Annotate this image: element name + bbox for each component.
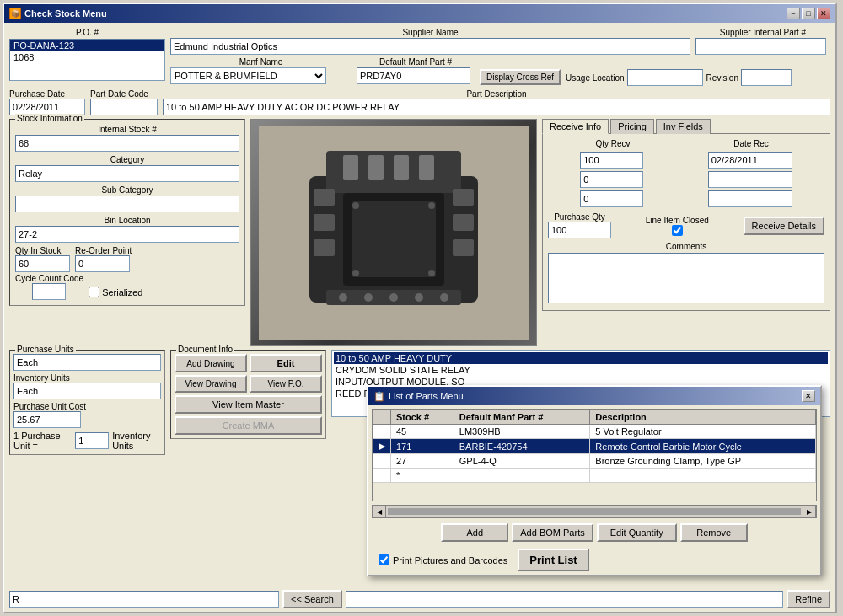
manf-part-cell-2: GPL-4-Q — [454, 454, 590, 469]
part-date-code-input[interactable] — [90, 99, 158, 115]
inventory-units-label: Inventory Units — [13, 373, 161, 383]
horizontal-scrollbar[interactable]: ◀ ▶ — [372, 505, 817, 518]
manf-name-select[interactable]: POTTER & BRUMFIELD — [170, 67, 326, 84]
po-item-1[interactable]: 1068 — [10, 51, 164, 63]
revision-section: Revision — [706, 69, 792, 86]
manf-part-cell-0: LM309HB — [454, 425, 590, 439]
stock-info-title: Stock Information — [15, 114, 84, 123]
edit-button[interactable]: Edit — [250, 354, 322, 372]
manf-name-row: POTTER & BRUMFIELD — [170, 67, 352, 84]
purchase-unit-cost-input[interactable] — [13, 411, 81, 428]
qty-in-stock-input[interactable] — [15, 255, 70, 272]
print-pictures-label: Print Pictures and Barcodes — [393, 555, 507, 565]
qty-recv-0[interactable] — [580, 152, 643, 169]
print-area: Print Pictures and Barcodes Print List — [368, 545, 820, 575]
inventory-units-input[interactable] — [13, 383, 161, 399]
table-row[interactable]: ▶ 171 BARBIE-420754 Remote Control Barbi… — [373, 439, 816, 454]
modal-title-text: List of Parts Menu — [389, 391, 464, 401]
usage-location-input[interactable] — [627, 69, 703, 86]
units-section: Purchase Units Inventory Units Purchase … — [9, 350, 165, 455]
create-mma-button[interactable]: Create MMA — [175, 416, 322, 435]
tab-receive-info[interactable]: Receive Info — [542, 119, 609, 134]
purchase-qty-label: Purchase Qty — [548, 212, 611, 222]
add-bom-parts-button[interactable]: Add BOM Parts — [512, 523, 593, 542]
sub-category-input[interactable] — [15, 196, 239, 212]
supplier-internal-part-input[interactable] — [695, 38, 826, 55]
reorder-point-input[interactable] — [75, 255, 130, 272]
tab-inv-fields[interactable]: Inv Fields — [656, 119, 711, 134]
parts-table-scroll[interactable]: Stock # Default Manf Part # Description … — [372, 409, 817, 501]
refine-button[interactable]: Refine — [787, 590, 830, 608]
default-manf-part-input[interactable] — [357, 67, 470, 84]
purchase-units-input[interactable] — [13, 354, 161, 371]
purchase-qty-input[interactable] — [548, 222, 611, 238]
display-cross-ref-button[interactable]: Display Cross Ref — [480, 69, 561, 85]
search-input[interactable] — [9, 591, 279, 608]
tab-pricing[interactable]: Pricing — [610, 119, 654, 134]
view-drawing-button[interactable]: View Drawing — [175, 375, 247, 393]
close-button[interactable]: ✕ — [817, 8, 830, 19]
line-item-closed-checkbox[interactable] — [672, 225, 683, 236]
purchase-units-input-wrapper — [13, 354, 161, 371]
table-row[interactable]: 27 GPL-4-Q Bronze Grounding Clamp, Type … — [373, 454, 816, 469]
remove-button[interactable]: Remove — [680, 523, 748, 542]
manf-part-cell-1: BARBIE-420754 — [454, 439, 590, 454]
desc-line-1: CRYDOM SOLID STATE RELAY — [334, 364, 828, 376]
svg-rect-4 — [368, 155, 384, 180]
serialized-checkbox[interactable] — [89, 287, 99, 297]
part-description-input[interactable] — [163, 99, 830, 115]
add-drawing-button[interactable]: Add Drawing — [175, 354, 247, 372]
edit-quantity-button[interactable]: Edit Quantity — [597, 523, 677, 542]
qty-recv-2[interactable] — [580, 190, 643, 207]
svg-rect-8 — [314, 214, 335, 231]
reorder-point-label: Re-Order Point — [75, 246, 132, 255]
arrow-cell-1: ▶ — [373, 439, 391, 454]
description-cell-1: Remote Control Barbie Motor Cycle — [590, 439, 816, 454]
cycle-count-input[interactable] — [32, 283, 66, 300]
modal-close-button[interactable]: ✕ — [802, 390, 815, 402]
receive-details-button[interactable]: Receive Details — [744, 217, 824, 235]
qty-recv-1[interactable] — [580, 171, 643, 188]
supplier-area: Supplier Name Supplier Internal Part # M… — [170, 28, 830, 86]
tabs-panel: Receive Info Pricing Inv Fields Qty Recv… — [542, 119, 830, 346]
main-content: P.O. # PO-DANA-123 1068 Supplier Name Su… — [4, 23, 835, 612]
minimize-button[interactable]: − — [787, 8, 800, 19]
relay-image-svg — [259, 126, 529, 340]
po-list[interactable]: PO-DANA-123 1068 — [9, 39, 165, 81]
view-item-master-button[interactable]: View Item Master — [175, 395, 322, 414]
scroll-left-button[interactable]: ◀ — [373, 506, 386, 517]
recv-row-1 — [548, 171, 824, 188]
print-pictures-checkbox[interactable] — [379, 554, 389, 565]
purchase-date-input[interactable] — [9, 99, 85, 115]
table-row[interactable]: 45 LM309HB 5 Volt Regulator — [373, 425, 816, 439]
scroll-right-button[interactable]: ▶ — [803, 506, 816, 517]
usage-location-section: Usage Location — [566, 69, 703, 86]
search-button[interactable]: << Search — [282, 590, 342, 608]
date-rec-1[interactable] — [708, 171, 792, 188]
table-row[interactable]: * — [373, 469, 816, 483]
internal-stock-input[interactable] — [15, 135, 239, 152]
bin-location-input[interactable] — [15, 226, 239, 243]
comments-textarea[interactable] — [548, 253, 824, 303]
print-list-button[interactable]: Print List — [518, 549, 588, 571]
display-cross-ref-section: Display Cross Ref — [480, 69, 561, 86]
view-po-button[interactable]: View P.O. — [250, 375, 322, 393]
supplier-name-input[interactable] — [170, 38, 690, 55]
bin-location-label: Bin Location — [15, 216, 239, 225]
svg-point-15 — [352, 202, 359, 209]
tab-content-receive-info: Qty Recv Date Rec — [542, 133, 830, 311]
refine-input[interactable] — [346, 591, 783, 608]
po-section: P.O. # PO-DANA-123 1068 — [9, 28, 165, 86]
description-col-header: Description — [590, 410, 816, 425]
maximize-button[interactable]: □ — [802, 8, 815, 19]
add-button[interactable]: Add — [441, 523, 508, 542]
category-input[interactable] — [15, 165, 239, 182]
svg-rect-5 — [394, 155, 409, 180]
one-purchase-value[interactable] — [75, 432, 109, 449]
po-item-0[interactable]: PO-DANA-123 — [10, 40, 164, 51]
scroll-track[interactable] — [388, 508, 801, 515]
date-rec-2[interactable] — [708, 190, 792, 207]
revision-input[interactable] — [741, 69, 792, 86]
date-rec-0[interactable] — [708, 152, 792, 169]
recv-row-0 — [548, 152, 824, 169]
